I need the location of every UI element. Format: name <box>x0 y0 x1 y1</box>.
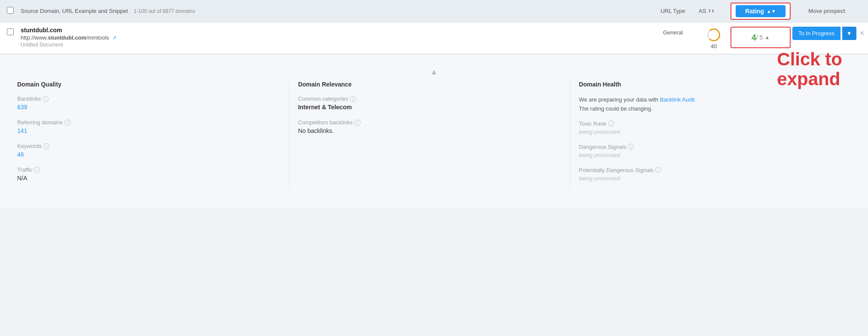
header-as-col[interactable]: AS ⬆⬇ <box>699 8 729 14</box>
common-categories-info-icon[interactable]: i <box>350 96 356 102</box>
header-move-prospect-col: Move prospect <box>792 8 861 14</box>
potentially-dangerous-metric: Potentially Dangerous Signals i being pr… <box>579 167 842 182</box>
as-value: 40 <box>711 43 717 49</box>
keywords-metric: Keywords i 46 <box>17 143 281 158</box>
domain-untitled: Untitled Document <box>21 42 647 48</box>
header-url-type-col: URL Type <box>647 8 699 14</box>
backlinks-value[interactable]: 639 <box>17 104 281 111</box>
rating-changing-text: The rating could be changing. <box>579 105 652 112</box>
header-checkbox-col <box>7 7 21 15</box>
in-progress-button[interactable]: To In Progress <box>792 27 840 40</box>
header-domain-col: Source Domain, URL Example and Snippet 1… <box>21 8 647 14</box>
url-bold: stuntdubl.com <box>48 34 87 41</box>
traffic-info-icon[interactable]: i <box>34 167 40 173</box>
domain-checkbox[interactable] <box>7 28 14 35</box>
domain-rating-col[interactable]: 4 / 5 ▲ <box>730 27 791 48</box>
header-domain-label: Source Domain, URL Example and Snippet <box>21 8 128 14</box>
domain-row: stuntdubl.com http://www.stuntdubl.com/m… <box>0 22 868 54</box>
domain-as-col: 40 <box>699 27 729 49</box>
preparing-text: We are preparing your data with <box>579 96 660 103</box>
dangerous-signals-label: Dangerous Signals i <box>579 144 842 150</box>
rating-caret-icon: ▲ <box>764 34 770 40</box>
potentially-dangerous-info-icon[interactable]: i <box>655 167 661 173</box>
potentially-dangerous-value: being processed <box>579 175 842 182</box>
header-as-label: AS <box>699 8 706 14</box>
close-button[interactable]: × <box>858 27 866 40</box>
toxic-rank-info-icon[interactable]: i <box>608 120 614 126</box>
external-link-icon[interactable]: ↗ <box>112 35 116 41</box>
domain-url: http://www.stuntdubl.com/mmtools ↗ <box>21 34 647 41</box>
domain-actions: To In Progress ▼ × <box>792 27 861 40</box>
referring-domains-label: Referring domains i <box>17 119 281 126</box>
dangerous-signals-info-icon[interactable]: i <box>628 144 634 150</box>
competitors-backlinks-info-icon[interactable]: i <box>355 120 361 126</box>
competitors-backlinks-value: No backlinks. <box>298 127 562 134</box>
url-prefix: http://www. <box>21 34 48 41</box>
expand-grid: Domain Quality Backlinks i 639 Referring… <box>17 81 851 190</box>
toxic-rank-label: Toxic Rank i <box>579 120 842 127</box>
rating-max: / 5 <box>756 34 763 41</box>
traffic-label: Traffic i <box>17 166 281 173</box>
expand-caret: ▲ <box>17 68 851 77</box>
domain-health-preparing-text: We are preparing your data with Backlink… <box>579 96 842 114</box>
domain-relevance-title: Domain Relevance <box>298 81 562 88</box>
keywords-value[interactable]: 46 <box>17 151 281 158</box>
dangerous-signals-metric: Dangerous Signals i being processed <box>579 144 842 158</box>
traffic-metric: Traffic i N/A <box>17 166 281 182</box>
select-all-checkbox[interactable] <box>7 7 14 14</box>
table-header: Source Domain, URL Example and Snippet 1… <box>0 0 868 22</box>
keywords-label: Keywords i <box>17 143 281 149</box>
rating-button-label: Rating <box>745 8 764 15</box>
toxic-rank-metric: Toxic Rank i being processed <box>579 120 842 135</box>
in-progress-dropdown-button[interactable]: ▼ <box>842 27 856 40</box>
backlinks-label: Backlinks i <box>17 96 281 102</box>
domain-relevance-col: Domain Relevance Common categories i Int… <box>290 81 571 190</box>
expand-panel: ▲ Domain Quality Backlinks i 639 Referri… <box>0 54 868 207</box>
referring-domains-info-icon[interactable]: i <box>64 120 70 126</box>
domain-info: stuntdubl.com http://www.stuntdubl.com/m… <box>21 27 647 48</box>
header-count-label: 1-100 out of 8877 domains <box>134 8 195 14</box>
rating-sort-arrows: ▲▼ <box>767 9 776 14</box>
header-url-type-label: URL Type <box>660 8 685 14</box>
keywords-info-icon[interactable]: i <box>43 143 49 149</box>
as-circle <box>707 28 720 41</box>
common-categories-metric: Common categories i Internet & Telecom <box>298 96 562 111</box>
domain-name: stuntdubl.com <box>21 27 647 34</box>
competitors-backlinks-label: Competitors backlinks i <box>298 119 562 126</box>
dangerous-signals-value: being processed <box>579 152 842 158</box>
domain-url-type: General <box>647 27 699 36</box>
toxic-rank-value: being processed <box>579 129 842 135</box>
rating-sort-button[interactable]: Rating ▲▼ <box>736 5 785 17</box>
common-categories-label: Common categories i <box>298 96 562 102</box>
competitors-backlinks-metric: Competitors backlinks i No backlinks. <box>298 119 562 134</box>
url-suffix: /mmtools <box>86 34 109 41</box>
referring-domains-metric: Referring domains i 141 <box>17 119 281 134</box>
header-rating-col[interactable]: Rating ▲▼ <box>730 3 791 20</box>
rating-value: 4 <box>752 33 756 43</box>
referring-domains-value[interactable]: 141 <box>17 127 281 134</box>
domain-quality-title: Domain Quality <box>17 81 281 88</box>
domain-checkbox-col <box>7 27 21 37</box>
common-categories-value: Internet & Telecom <box>298 104 562 111</box>
domain-health-col: Domain Health We are preparing your data… <box>570 81 851 190</box>
backlinks-info-icon[interactable]: i <box>43 96 49 102</box>
domain-health-title: Domain Health <box>579 81 842 88</box>
potentially-dangerous-label: Potentially Dangerous Signals i <box>579 167 842 173</box>
backlinks-metric: Backlinks i 639 <box>17 96 281 111</box>
domain-quality-col: Domain Quality Backlinks i 639 Referring… <box>17 81 290 190</box>
traffic-value: N/A <box>17 175 281 182</box>
backlink-audit-link[interactable]: Backlink Audit <box>660 96 695 103</box>
header-move-prospect-label: Move prospect <box>808 8 845 14</box>
sort-icon: ⬆⬇ <box>708 9 715 13</box>
